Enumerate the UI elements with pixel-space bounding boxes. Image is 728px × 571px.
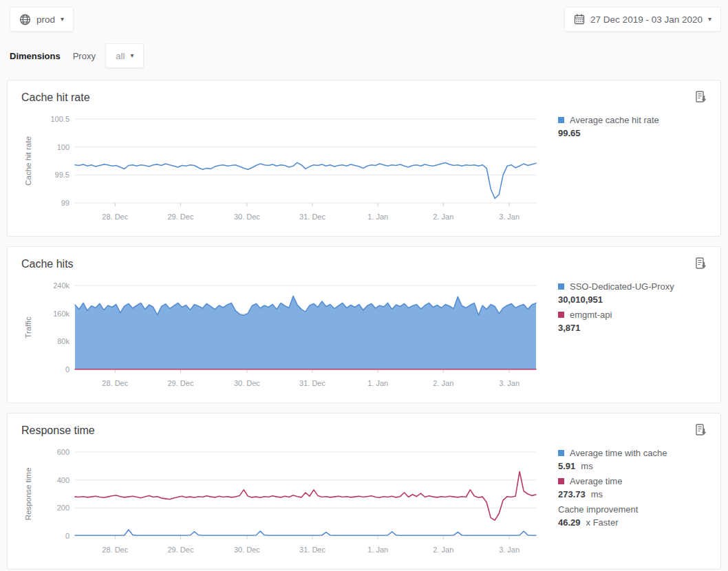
response-time-legend: Average time with cache 5.91ms Average t… — [544, 445, 694, 559]
svg-text:29. Dec: 29. Dec — [167, 546, 193, 554]
svg-text:28. Dec: 28. Dec — [102, 213, 128, 221]
export-report-icon[interactable] — [694, 90, 708, 104]
globe-icon — [19, 14, 31, 25]
svg-text:31. Dec: 31. Dec — [299, 546, 325, 554]
svg-text:2. Jan: 2. Jan — [433, 379, 453, 387]
svg-text:29. Dec: 29. Dec — [167, 379, 193, 387]
legend-value: 30,010,951 — [558, 294, 694, 305]
calendar-icon — [574, 14, 585, 25]
panel-title: Cache hits — [21, 258, 707, 270]
response-time-chart[interactable]: 600400200028. Dec29. Dec30. Dec31. Dec1.… — [21, 445, 544, 559]
svg-text:1. Jan: 1. Jan — [367, 546, 388, 554]
svg-text:30. Dec: 30. Dec — [234, 379, 260, 387]
legend-label: SSO-Dedicated-UG-Proxy — [570, 281, 674, 292]
svg-text:80k: 80k — [57, 337, 69, 345]
proxy-filter-value: all — [116, 51, 125, 61]
svg-text:99.5: 99.5 — [55, 171, 69, 179]
legend-swatch — [558, 450, 564, 456]
response-time-panel: Response time 600400200028. Dec29. Dec30… — [7, 413, 721, 570]
svg-text:100.5: 100.5 — [50, 115, 69, 123]
svg-text:160k: 160k — [53, 310, 69, 318]
legend-value: 273.73ms — [558, 488, 694, 500]
chevron-down-icon: ▾ — [708, 16, 711, 23]
cache-hits-chart[interactable]: 240k160k80k028. Dec29. Dec30. Dec31. Dec… — [21, 279, 544, 393]
svg-text:200: 200 — [57, 504, 69, 512]
legend-label: Average time with cache — [570, 447, 667, 459]
cache-hits-panel: Cache hits 240k160k80k028. Dec29. Dec30.… — [7, 246, 721, 403]
svg-text:28. Dec: 28. Dec — [102, 379, 128, 387]
svg-text:2. Jan: 2. Jan — [433, 546, 453, 554]
panel-title: Response time — [21, 424, 707, 437]
legend-swatch — [558, 283, 564, 290]
legend-label: Average time — [570, 475, 622, 487]
legend-value: 3,871 — [558, 322, 694, 334]
legend-value: 99.65 — [558, 127, 694, 139]
svg-text:99: 99 — [61, 199, 69, 207]
svg-text:2. Jan: 2. Jan — [433, 213, 453, 221]
svg-text:29. Dec: 29. Dec — [167, 213, 193, 221]
svg-text:100: 100 — [57, 143, 69, 151]
svg-text:1. Jan: 1. Jan — [367, 379, 388, 387]
environment-selector[interactable]: prod ▾ — [10, 7, 74, 32]
legend-value: 46.29x Faster — [558, 517, 694, 528]
dimensions-label: Dimensions — [10, 51, 61, 61]
legend-label: Cache improvement — [558, 504, 694, 515]
svg-text:0: 0 — [65, 365, 69, 374]
legend-unit: ms — [581, 461, 592, 471]
svg-text:30. Dec: 30. Dec — [234, 546, 260, 554]
cache-hit-rate-chart[interactable]: 100.510099.59928. Dec29. Dec30. Dec31. D… — [21, 112, 544, 226]
svg-text:1. Jan: 1. Jan — [367, 213, 388, 221]
svg-text:28. Dec: 28. Dec — [102, 546, 128, 554]
dimensions-row: Dimensions Proxy all ▾ — [0, 43, 728, 69]
svg-text:30. Dec: 30. Dec — [234, 213, 260, 221]
proxy-label: Proxy — [73, 51, 96, 61]
svg-text:31. Dec: 31. Dec — [299, 379, 325, 387]
svg-text:31. Dec: 31. Dec — [299, 213, 325, 221]
legend-label: Average cache hit rate — [570, 114, 659, 126]
top-bar: prod ▾ 27 Dec 2019 - 03 Jan 2020 ▾ — [0, 0, 728, 32]
cache-hits-legend: SSO-Dedicated-UG-Proxy 30,010,951 emgmt-… — [544, 279, 694, 393]
svg-text:600: 600 — [57, 448, 69, 456]
legend-value: 5.91ms — [558, 460, 694, 472]
legend-unit: ms — [591, 489, 603, 499]
legend-label: emgmt-api — [570, 309, 612, 321]
svg-text:400: 400 — [57, 476, 69, 484]
environment-label: prod — [36, 14, 55, 25]
cache-hit-rate-legend: Average cache hit rate 99.65 — [544, 112, 694, 226]
legend-unit: x Faster — [586, 517, 619, 528]
svg-text:Traffic: Traffic — [24, 316, 32, 338]
panel-title: Cache hit rate — [21, 91, 707, 104]
svg-text:240k: 240k — [53, 281, 69, 290]
legend-swatch — [558, 117, 564, 123]
date-range-selector[interactable]: 27 Dec 2019 - 03 Jan 2020 ▾ — [564, 7, 721, 32]
svg-text:Cache hit rate: Cache hit rate — [24, 136, 32, 186]
svg-text:3. Jan: 3. Jan — [499, 546, 520, 554]
chevron-down-icon: ▾ — [61, 16, 64, 23]
svg-text:Response time: Response time — [24, 468, 32, 521]
export-report-icon[interactable] — [694, 423, 708, 437]
svg-text:3. Jan: 3. Jan — [499, 379, 520, 387]
svg-text:0: 0 — [65, 532, 69, 540]
date-range-label: 27 Dec 2019 - 03 Jan 2020 — [590, 14, 703, 25]
chevron-down-icon: ▾ — [130, 52, 133, 59]
proxy-filter-dropdown[interactable]: all ▾ — [105, 43, 144, 68]
legend-swatch — [558, 478, 564, 484]
legend-swatch — [558, 312, 564, 318]
svg-text:3. Jan: 3. Jan — [499, 213, 520, 221]
dashboard-page: prod ▾ 27 Dec 2019 - 03 Jan 2020 ▾ — [0, 0, 728, 570]
cache-hit-rate-panel: Cache hit rate 100.510099.59928. Dec29. … — [7, 80, 721, 237]
export-report-icon[interactable] — [694, 257, 708, 270]
